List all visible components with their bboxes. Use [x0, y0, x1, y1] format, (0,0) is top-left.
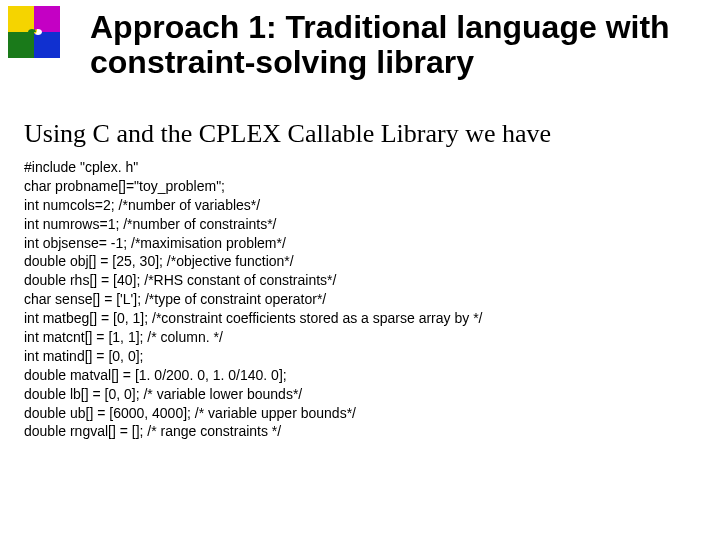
slide: Approach 1: Traditional language with co…	[0, 0, 720, 540]
code-line: int matbeg[] = [0, 1]; /*constraint coef…	[24, 309, 704, 328]
code-line: double lb[] = [0, 0]; /* variable lower …	[24, 385, 704, 404]
code-line: int numrows=1; /*number of constraints*/	[24, 215, 704, 234]
code-listing: #include "cplex. h"char probname[]="toy_…	[24, 158, 704, 441]
code-line: char probname[]="toy_problem";	[24, 177, 704, 196]
code-line: double ub[] = [6000, 4000]; /* variable …	[24, 404, 704, 423]
code-line: #include "cplex. h"	[24, 158, 704, 177]
code-line: int objsense= -1; /*maximisation problem…	[24, 234, 704, 253]
slide-subtitle: Using C and the CPLEX Callable Library w…	[24, 120, 704, 149]
slide-title: Approach 1: Traditional language with co…	[90, 10, 700, 79]
code-line: int numcols=2; /*number of variables*/	[24, 196, 704, 215]
code-line: int matcnt[] = [1, 1]; /* column. */	[24, 328, 704, 347]
code-line: int matind[] = [0, 0];	[24, 347, 704, 366]
code-line: double matval[] = [1. 0/200. 0, 1. 0/140…	[24, 366, 704, 385]
code-line: double obj[] = [25, 30]; /*objective fun…	[24, 252, 704, 271]
code-line: double rhs[] = [40]; /*RHS constant of c…	[24, 271, 704, 290]
code-line: double rngval[] = []; /* range constrain…	[24, 422, 704, 441]
puzzle-logo-icon	[8, 6, 60, 58]
code-line: char sense[] = ['L']; /*type of constrai…	[24, 290, 704, 309]
